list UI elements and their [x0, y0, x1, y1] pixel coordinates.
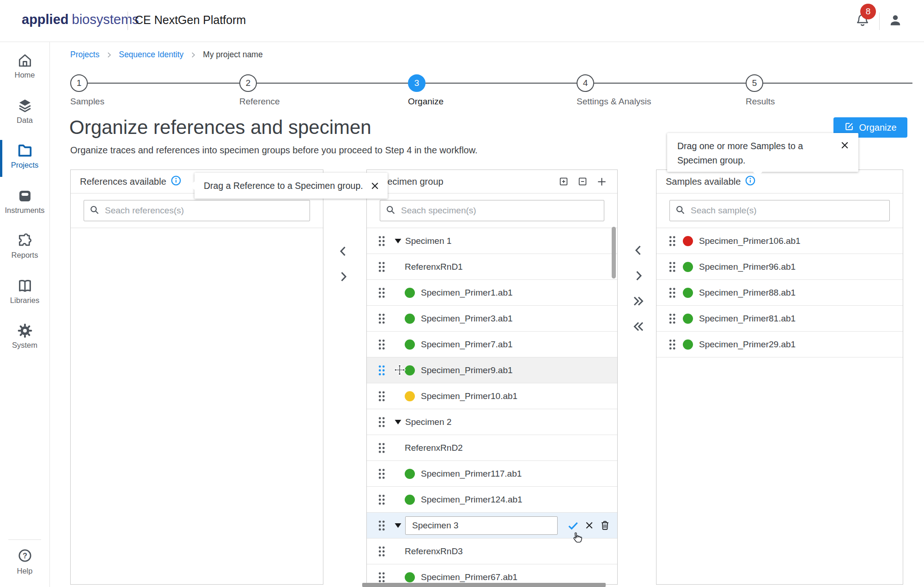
status-dot-green [405, 495, 415, 505]
breadcrumb-item[interactable]: Projects [70, 50, 99, 60]
breadcrumb-item: My project name [203, 50, 262, 60]
add-specimen-button[interactable] [596, 176, 607, 187]
sample-file-row[interactable]: Specimen_Primer106.ab1 [657, 228, 903, 254]
samples-tooltip: Drag one or more Samples to a Specimen g… [667, 133, 858, 172]
drag-handle-icon[interactable] [669, 261, 676, 272]
trace-file-row[interactable]: Specimen_Primer1.ab1 [367, 280, 617, 306]
search-icon [675, 205, 685, 217]
specimen-group-row[interactable]: Specimen 1 [367, 228, 617, 254]
delete-specimen-button[interactable] [599, 520, 611, 531]
search-icon [90, 205, 99, 217]
drag-handle-icon[interactable] [378, 468, 385, 479]
drag-handle-icon[interactable] [378, 520, 385, 531]
sidebar-item-projects[interactable]: Projects [0, 142, 49, 169]
trace-file-row[interactable]: Specimen_Primer3.ab1 [367, 306, 617, 332]
drag-handle-icon[interactable] [378, 417, 385, 428]
brand-primary: applied [22, 12, 69, 27]
collapse-all-button[interactable] [578, 176, 588, 187]
tooltip-close-button[interactable] [370, 181, 380, 191]
trace-file-row[interactable]: Specimen_Primer10.ab1 [367, 383, 617, 409]
trace-file-row[interactable]: Specimen_Primer124.ab1 [367, 487, 617, 513]
specimen-group-panel: Specimen group Specimen 1ReferenxRnD1Spe… [366, 169, 618, 585]
specimen-name-input[interactable] [405, 516, 558, 535]
collapse-triangle-icon[interactable] [395, 523, 401, 528]
drag-handle-icon[interactable] [378, 313, 385, 324]
sidebar-item-home[interactable]: Home [0, 52, 49, 79]
drag-handle-icon[interactable] [669, 236, 676, 247]
drag-handle-icon[interactable] [378, 391, 385, 402]
step-circle-5[interactable]: 5 [746, 74, 763, 92]
trace-file-row[interactable]: Specimen_Primer117.ab1 [367, 461, 617, 487]
drag-handle-icon[interactable] [378, 236, 385, 247]
sample-file-row[interactable]: Specimen_Primer81.ab1 [657, 306, 903, 332]
step-circle-1[interactable]: 1 [70, 74, 88, 92]
references-search[interactable] [84, 200, 310, 221]
move-all-right-button[interactable] [630, 293, 647, 309]
drag-handle-icon[interactable] [378, 442, 385, 454]
specimen-search-input[interactable] [400, 205, 598, 216]
tooltip-close-button[interactable] [839, 140, 850, 151]
status-dot-green [405, 572, 415, 582]
drag-handle-icon[interactable] [378, 546, 385, 557]
drag-handle-icon[interactable] [669, 339, 676, 350]
rename-actions [567, 519, 611, 532]
drag-handle-icon[interactable] [378, 365, 385, 376]
sample-file-row[interactable]: Specimen_Primer96.ab1 [657, 254, 903, 280]
collapse-triangle-icon[interactable] [395, 238, 401, 244]
specimen-list-scrollbar[interactable] [612, 227, 616, 278]
move-left-button[interactable] [335, 243, 351, 259]
drag-handle-icon[interactable] [378, 494, 385, 505]
trace-file-row[interactable]: Specimen_Primer67.ab1 [367, 564, 617, 584]
confirm-rename-button[interactable] [567, 519, 579, 532]
specimen-search[interactable] [380, 200, 604, 221]
sidebar-item-help[interactable]: ? Help [0, 548, 49, 575]
sidebar-item-reports[interactable]: Reports [0, 232, 49, 260]
drag-handle-icon[interactable] [378, 572, 385, 583]
user-menu-button[interactable] [888, 13, 903, 30]
drag-handle-icon[interactable] [378, 261, 385, 272]
move-all-left-button[interactable] [630, 319, 647, 334]
app-root: { "header": { "brand_primary": "applied"… [0, 0, 924, 587]
samples-search[interactable] [669, 200, 890, 221]
step-circle-4[interactable]: 4 [577, 74, 594, 92]
reference-label: ReferenxRnD1 [405, 262, 463, 272]
sample-file-row[interactable]: Specimen_Primer29.ab1 [657, 332, 903, 357]
cancel-rename-button[interactable] [584, 520, 595, 531]
reports-icon [0, 232, 49, 249]
move-left-button[interactable] [631, 242, 646, 258]
header-logo-divider [128, 12, 128, 30]
status-dot-green [405, 469, 415, 479]
drag-handle-icon[interactable] [378, 287, 385, 298]
step-circle-3[interactable]: 3 [408, 74, 426, 92]
sidebar-item-data[interactable]: Data [0, 97, 49, 125]
breadcrumb-item[interactable]: Sequence Identity [119, 50, 183, 60]
trace-file-label: Specimen_Primer117.ab1 [421, 469, 522, 479]
trace-file-row[interactable]: Specimen_Primer9.ab1 [367, 357, 617, 383]
sample-file-row[interactable]: Specimen_Primer88.ab1 [657, 280, 903, 306]
trace-file-row[interactable]: Specimen_Primer7.ab1 [367, 332, 617, 357]
reference-row[interactable]: ReferenxRnD2 [367, 435, 617, 461]
sidebar-item-libraries[interactable]: Libraries [0, 277, 49, 305]
horizontal-scrollbar[interactable] [362, 583, 606, 587]
move-right-button[interactable] [335, 269, 351, 284]
drag-handle-icon[interactable] [669, 287, 676, 298]
samples-panel-title: Samples available [666, 176, 741, 187]
status-dot-green [683, 314, 693, 324]
move-right-button[interactable] [631, 268, 646, 284]
collapse-triangle-icon[interactable] [395, 419, 401, 425]
instruments-icon [0, 187, 49, 205]
info-icon[interactable] [171, 175, 181, 188]
sidebar-item-instruments[interactable]: Instruments [0, 187, 49, 215]
specimen-group-row[interactable]: Specimen 2 [367, 409, 617, 435]
samples-search-input[interactable] [690, 205, 884, 216]
sidebar-item-system[interactable]: System [0, 322, 49, 350]
reference-row[interactable]: ReferenxRnD1 [367, 254, 617, 280]
references-search-input[interactable] [104, 205, 304, 216]
references-panel-title: References available [80, 176, 166, 187]
brand-secondary: biosystems [72, 12, 139, 27]
expand-all-button[interactable] [559, 176, 569, 187]
notification-badge: 8 [860, 4, 876, 19]
drag-handle-icon[interactable] [378, 339, 385, 350]
step-circle-2[interactable]: 2 [239, 74, 257, 92]
drag-handle-icon[interactable] [669, 313, 676, 324]
